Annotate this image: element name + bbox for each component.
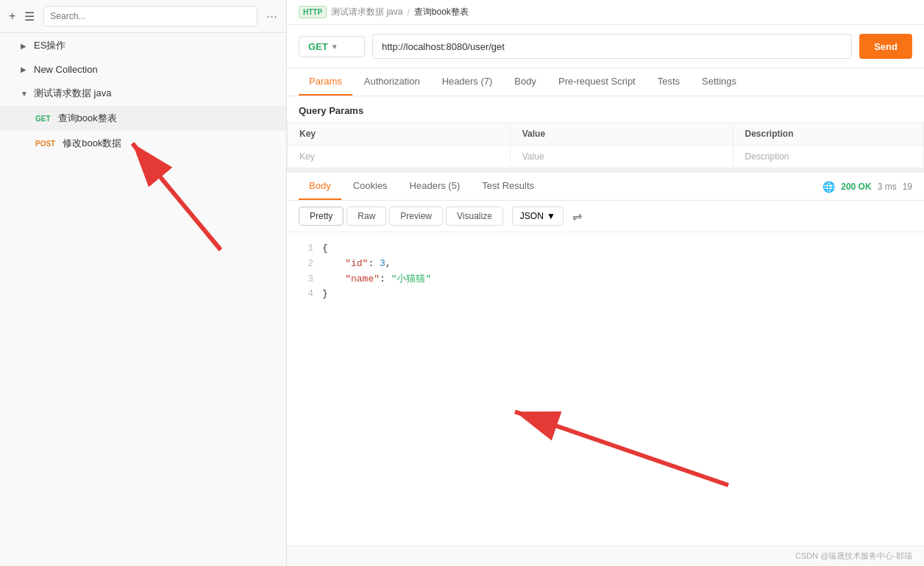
json-line-4: 4 } bbox=[299, 287, 912, 302]
col-header-value: Value bbox=[510, 123, 733, 146]
response-tabs: Body Cookies Headers (5) Test Results 🌐 … bbox=[287, 173, 924, 201]
breadcrumb-current: 查询book整表 bbox=[414, 6, 469, 18]
json-body: 1 { 2 "id": 3, 3 "name": "小猫猫" 4 } bbox=[287, 232, 924, 545]
chevron-down-icon: ▼ bbox=[21, 90, 29, 98]
breadcrumb-separator: / bbox=[407, 7, 409, 18]
request-tabs: Params Authorization Headers (7) Body Pr… bbox=[287, 68, 924, 96]
json-line-1: 1 { bbox=[299, 241, 912, 257]
breadcrumb: HTTP 测试请求数据 java / 查询book整表 bbox=[287, 0, 924, 25]
tab-settings[interactable]: Settings bbox=[692, 68, 747, 96]
response-size: 19 bbox=[903, 182, 912, 192]
method-badge-post: POST bbox=[32, 139, 58, 148]
response-status: 🌐 200 OK 3 ms 19 bbox=[822, 181, 912, 193]
sidebar-toolbar: + ☰ ··· bbox=[0, 0, 286, 33]
response-section: Body Cookies Headers (5) Test Results 🌐 … bbox=[287, 168, 924, 566]
page-wrapper: + ☰ ··· ▶ ES操作 ▶ New Collection ▼ 测试请求数据… bbox=[0, 0, 924, 566]
format-pretty[interactable]: Pretty bbox=[299, 207, 344, 226]
chevron-right-icon: ▶ bbox=[21, 65, 29, 74]
sidebar-item-es-ops[interactable]: ▶ ES操作 bbox=[0, 33, 286, 58]
param-key-cell[interactable]: Key bbox=[288, 146, 511, 168]
format-preview[interactable]: Preview bbox=[389, 207, 443, 226]
method-select[interactable]: GET ▼ bbox=[299, 36, 365, 57]
format-bar: Pretty Raw Preview Visualize JSON ▼ ⇌ bbox=[287, 201, 924, 232]
sidebar-item-label: 测试请求数据 java bbox=[34, 87, 111, 100]
sidebar-search-input[interactable] bbox=[43, 6, 257, 26]
response-tab-cookies[interactable]: Cookies bbox=[343, 173, 398, 200]
response-tab-test-results[interactable]: Test Results bbox=[472, 173, 544, 200]
response-time: 3 ms bbox=[878, 182, 897, 192]
tab-prerequest[interactable]: Pre-request Script bbox=[548, 68, 646, 96]
status-code: 200 OK bbox=[841, 182, 871, 192]
method-badge-get: GET bbox=[32, 114, 54, 123]
add-button[interactable]: + bbox=[9, 10, 15, 23]
tab-params[interactable]: Params bbox=[299, 68, 352, 96]
http-badge: HTTP bbox=[299, 6, 327, 18]
url-input[interactable] bbox=[372, 34, 852, 59]
sidebar-item-post-book[interactable]: POST 修改book数据 bbox=[0, 131, 286, 156]
json-format-select[interactable]: JSON ▼ bbox=[512, 207, 564, 226]
sidebar-item-label: New Collection bbox=[34, 64, 98, 75]
format-visualize[interactable]: Visualize bbox=[446, 207, 503, 226]
more-options-icon[interactable]: ··· bbox=[266, 9, 277, 24]
tab-tests[interactable]: Tests bbox=[647, 68, 690, 96]
sidebar: + ☰ ··· ▶ ES操作 ▶ New Collection ▼ 测试请求数据… bbox=[0, 0, 287, 566]
filter-button[interactable]: ☰ bbox=[24, 10, 35, 24]
sidebar-item-label: 修改book数据 bbox=[63, 137, 121, 150]
sidebar-item-new-collection[interactable]: ▶ New Collection bbox=[0, 58, 286, 81]
sidebar-item-test-java[interactable]: ▼ 测试请求数据 java bbox=[0, 81, 286, 106]
response-tab-headers[interactable]: Headers (5) bbox=[399, 173, 471, 200]
tab-body[interactable]: Body bbox=[504, 68, 547, 96]
sidebar-item-label: ES操作 bbox=[34, 39, 65, 52]
breadcrumb-collection[interactable]: 测试请求数据 java bbox=[331, 6, 402, 18]
col-header-desc: Description bbox=[733, 123, 924, 146]
main-content: HTTP 测试请求数据 java / 查询book整表 GET ▼ Send P… bbox=[287, 0, 924, 566]
sidebar-item-get-book[interactable]: GET 查询book整表 bbox=[0, 106, 286, 131]
param-desc-cell[interactable]: Description bbox=[733, 146, 924, 168]
tab-authorization[interactable]: Authorization bbox=[354, 68, 430, 96]
method-dropdown-arrow: ▼ bbox=[331, 43, 338, 51]
response-tab-body[interactable]: Body bbox=[299, 173, 341, 200]
watermark: CSDN @瑞晟技术服务中心-耶瑞 bbox=[287, 545, 924, 566]
json-format-label: JSON bbox=[520, 211, 544, 221]
param-value-cell[interactable]: Value bbox=[510, 146, 733, 168]
globe-icon: 🌐 bbox=[822, 181, 835, 193]
table-row: Key Value Description bbox=[288, 146, 924, 168]
tab-headers[interactable]: Headers (7) bbox=[432, 68, 503, 96]
json-format-arrow: ▼ bbox=[547, 211, 555, 221]
col-header-key: Key bbox=[288, 123, 511, 146]
section-title-query-params: Query Params bbox=[287, 96, 924, 122]
chevron-right-icon: ▶ bbox=[21, 42, 29, 50]
format-raw[interactable]: Raw bbox=[346, 207, 386, 226]
sidebar-item-label: 查询book整表 bbox=[58, 112, 117, 125]
method-value: GET bbox=[308, 41, 328, 52]
json-line-3: 3 "name": "小猫猫" bbox=[299, 272, 912, 287]
send-button[interactable]: Send bbox=[859, 34, 912, 59]
json-line-2: 2 "id": 3, bbox=[299, 257, 912, 272]
wrap-lines-icon[interactable]: ⇌ bbox=[572, 209, 582, 223]
params-table: Key Value Description Key Value Descript… bbox=[287, 122, 924, 168]
url-bar: GET ▼ Send bbox=[287, 25, 924, 68]
